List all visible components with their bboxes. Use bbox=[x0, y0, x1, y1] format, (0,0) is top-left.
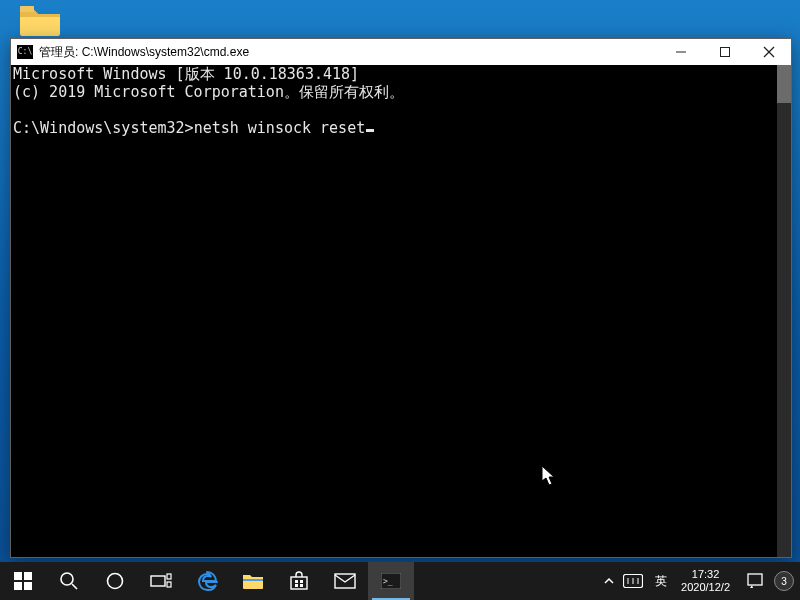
svg-rect-13 bbox=[167, 574, 171, 579]
console-command: netsh winsock reset bbox=[194, 119, 366, 137]
store-button[interactable] bbox=[276, 562, 322, 600]
cmd-icon: C:\ bbox=[17, 45, 33, 59]
folder-icon[interactable] bbox=[18, 4, 62, 38]
console-line-1: Microsoft Windows [版本 10.0.18363.418] bbox=[13, 65, 359, 83]
text-cursor bbox=[366, 129, 374, 132]
clock-date: 2020/12/2 bbox=[681, 581, 730, 594]
clock-time: 17:32 bbox=[681, 568, 730, 581]
svg-point-11 bbox=[108, 574, 123, 589]
svg-rect-28 bbox=[748, 574, 762, 585]
tray-overflow-button[interactable] bbox=[603, 575, 615, 587]
svg-rect-14 bbox=[167, 582, 171, 587]
console-line-2: (c) 2019 Microsoft Corporation。保留所有权利。 bbox=[13, 83, 404, 101]
minimize-button[interactable] bbox=[659, 39, 703, 65]
console-prompt: C:\Windows\system32> bbox=[13, 119, 194, 137]
svg-rect-0 bbox=[20, 6, 34, 12]
svg-rect-21 bbox=[335, 574, 355, 588]
svg-rect-17 bbox=[295, 580, 298, 583]
svg-rect-18 bbox=[300, 580, 303, 583]
svg-rect-15 bbox=[243, 579, 263, 581]
svg-rect-19 bbox=[295, 584, 298, 587]
svg-text:>_: >_ bbox=[383, 577, 393, 586]
start-button[interactable] bbox=[0, 562, 46, 600]
clock[interactable]: 17:32 2020/12/2 bbox=[675, 568, 736, 594]
svg-rect-20 bbox=[300, 584, 303, 587]
svg-rect-2 bbox=[721, 48, 730, 57]
titlebar[interactable]: C:\ 管理员: C:\Windows\system32\cmd.exe bbox=[11, 39, 791, 65]
keyboard-icon[interactable] bbox=[619, 574, 647, 588]
svg-point-9 bbox=[61, 573, 73, 585]
svg-rect-5 bbox=[14, 572, 22, 580]
cortana-button[interactable] bbox=[92, 562, 138, 600]
file-explorer-button[interactable] bbox=[230, 562, 276, 600]
close-button[interactable] bbox=[747, 39, 791, 65]
taskbar: >_ 英 17:32 2020/12/2 3 bbox=[0, 562, 800, 600]
mail-button[interactable] bbox=[322, 562, 368, 600]
svg-rect-7 bbox=[14, 582, 22, 590]
desktop[interactable]: C:\ 管理员: C:\Windows\system32\cmd.exe Mic… bbox=[0, 0, 800, 600]
action-center-button[interactable] bbox=[740, 572, 770, 590]
console-body[interactable]: Microsoft Windows [版本 10.0.18363.418] (c… bbox=[11, 65, 791, 557]
notification-count: 3 bbox=[781, 576, 787, 587]
window-title: 管理员: C:\Windows\system32\cmd.exe bbox=[39, 44, 249, 61]
maximize-button[interactable] bbox=[703, 39, 747, 65]
system-tray: 英 17:32 2020/12/2 3 bbox=[597, 562, 800, 600]
cmd-window: C:\ 管理员: C:\Windows\system32\cmd.exe Mic… bbox=[10, 38, 792, 558]
svg-rect-8 bbox=[24, 582, 32, 590]
notification-badge[interactable]: 3 bbox=[774, 571, 794, 591]
task-view-button[interactable] bbox=[138, 562, 184, 600]
scrollbar-thumb[interactable] bbox=[777, 65, 791, 103]
edge-button[interactable] bbox=[184, 562, 230, 600]
cmd-taskbar-button[interactable]: >_ bbox=[368, 562, 414, 600]
svg-rect-12 bbox=[151, 576, 165, 586]
scrollbar-track[interactable] bbox=[777, 65, 791, 557]
search-button[interactable] bbox=[46, 562, 92, 600]
svg-rect-6 bbox=[24, 572, 32, 580]
svg-line-10 bbox=[72, 584, 77, 589]
taskbar-spacer bbox=[414, 562, 597, 600]
ime-indicator[interactable]: 英 bbox=[651, 573, 671, 590]
svg-rect-16 bbox=[291, 577, 307, 589]
